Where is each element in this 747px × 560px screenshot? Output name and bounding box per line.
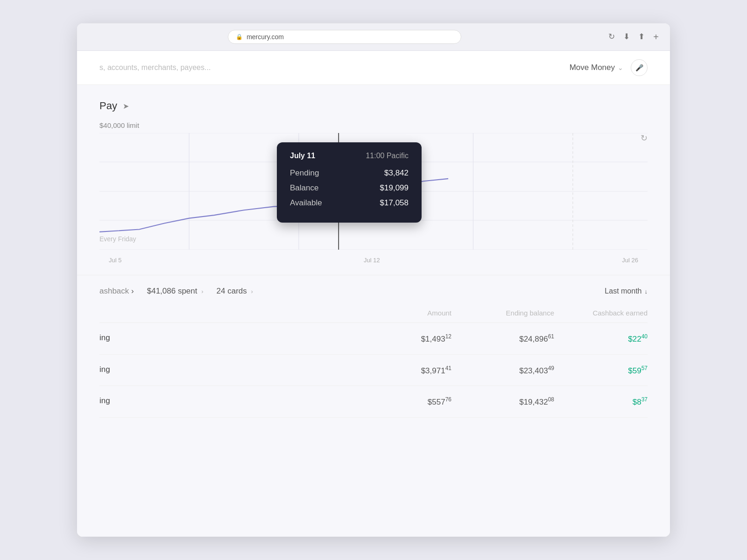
spent-chevron: › (201, 288, 203, 295)
row3-ending: $19,43208 (451, 396, 554, 407)
tooltip-available-value: $17,058 (380, 198, 409, 208)
send-icon[interactable]: ➤ (123, 102, 129, 111)
mic-icon: 🎤 (635, 64, 643, 71)
chart-container: ↻ (99, 133, 648, 264)
spent-stat[interactable]: $41,086 spent › (147, 287, 204, 296)
app-content: s, accounts, merchants, payees... Move M… (77, 51, 670, 537)
col-header-cashback: Cashback earned (554, 309, 648, 317)
table-row[interactable]: ing $3,97141 $23,40349 $5957 (99, 355, 648, 386)
url-text: mercury.com (247, 33, 284, 41)
row2-ending: $23,40349 (451, 365, 554, 376)
tooltip-available-label: Available (290, 198, 322, 208)
tooltip-time: 11:00 Pacific (366, 152, 409, 160)
tooltip-row-pending: Pending $3,842 (290, 168, 409, 178)
last-month-icon: ↓ (645, 288, 648, 295)
reload-icon[interactable]: ↻ (608, 32, 615, 42)
x-label-jul5: Jul 5 (109, 257, 121, 264)
top-nav: s, accounts, merchants, payees... Move M… (77, 51, 670, 85)
move-money-button[interactable]: Move Money ⌄ (570, 63, 623, 72)
col-header-name (99, 309, 358, 317)
chart-tooltip: July 11 11:00 Pacific Pending $3,842 Bal… (277, 142, 422, 223)
nav-right: Move Money ⌄ 🎤 (570, 59, 648, 76)
x-label-jul26: Jul 26 (622, 257, 638, 264)
x-label-jul12: Jul 12 (364, 257, 380, 264)
cards-stat[interactable]: 24 cards › (217, 287, 253, 296)
cashback-chevron: › (131, 287, 134, 295)
col-header-ending: Ending balance (451, 309, 554, 317)
move-money-label: Move Money (570, 63, 615, 72)
cards-chevron: › (251, 288, 253, 295)
browser-actions: ↻ ⬇ ⬆ + (608, 32, 659, 42)
tooltip-pending-label: Pending (290, 168, 319, 178)
row1-cashback: $2240 (554, 333, 648, 344)
row3-amount: $55776 (358, 396, 451, 407)
row1-name: ing (99, 333, 358, 344)
tooltip-header: July 11 11:00 Pacific (290, 152, 409, 160)
cards-section: ashback › $41,086 spent › 24 cards › Las… (99, 287, 648, 296)
row2-amount: $3,97141 (358, 365, 451, 376)
mic-button[interactable]: 🎤 (631, 59, 648, 76)
move-money-chevron: ⌄ (618, 64, 623, 71)
tooltip-row-available: Available $17,058 (290, 198, 409, 208)
tooltip-row-balance: Balance $19,099 (290, 183, 409, 193)
url-bar[interactable]: 🔒 mercury.com (228, 30, 461, 44)
section-divider (77, 275, 670, 275)
browser-window: 🔒 mercury.com ↻ ⬇ ⬆ + s, accounts, merch… (77, 23, 670, 537)
row2-name: ing (99, 365, 358, 376)
chart-x-labels: Jul 5 Jul 12 Jul 26 (99, 257, 648, 264)
col-header-amount: Amount (358, 309, 451, 317)
row1-ending: $24,89661 (451, 333, 554, 344)
main-area: Pay ➤ $40,000 limit ↻ (77, 85, 670, 433)
tooltip-balance-label: Balance (290, 183, 318, 193)
table-row[interactable]: ing $55776 $19,43208 $837 (99, 386, 648, 418)
search-placeholder: s, accounts, merchants, payees... (99, 63, 211, 71)
row2-cashback: $5957 (554, 365, 648, 376)
pay-label: Pay (99, 100, 117, 112)
lock-icon: 🔒 (236, 34, 243, 40)
limit-label: $40,000 limit (99, 121, 648, 129)
download-icon[interactable]: ⬇ (623, 32, 630, 42)
row1-amount: $1,49312 (358, 333, 451, 344)
add-tab-icon[interactable]: + (653, 32, 659, 42)
tooltip-date: July 11 (290, 152, 315, 160)
table-row[interactable]: ing $1,49312 $24,89661 $2240 (99, 323, 648, 355)
pay-section: Pay ➤ (99, 100, 648, 112)
tooltip-pending-value: $3,842 (384, 168, 409, 178)
row3-cashback: $837 (554, 396, 648, 407)
search-bar[interactable]: s, accounts, merchants, payees... (99, 63, 211, 72)
row3-name: ing (99, 396, 358, 407)
table-header: Amount Ending balance Cashback earned (99, 309, 648, 323)
last-month-button[interactable]: Last month ↓ (605, 287, 648, 295)
tooltip-balance-value: $19,099 (380, 183, 409, 193)
share-icon[interactable]: ⬆ (638, 32, 645, 42)
every-friday-label: Every Friday (99, 235, 174, 243)
cashback-stat[interactable]: ashback › (99, 287, 134, 296)
last-month-label: Last month (605, 287, 641, 295)
browser-bar: 🔒 mercury.com ↻ ⬇ ⬆ + (77, 23, 670, 51)
